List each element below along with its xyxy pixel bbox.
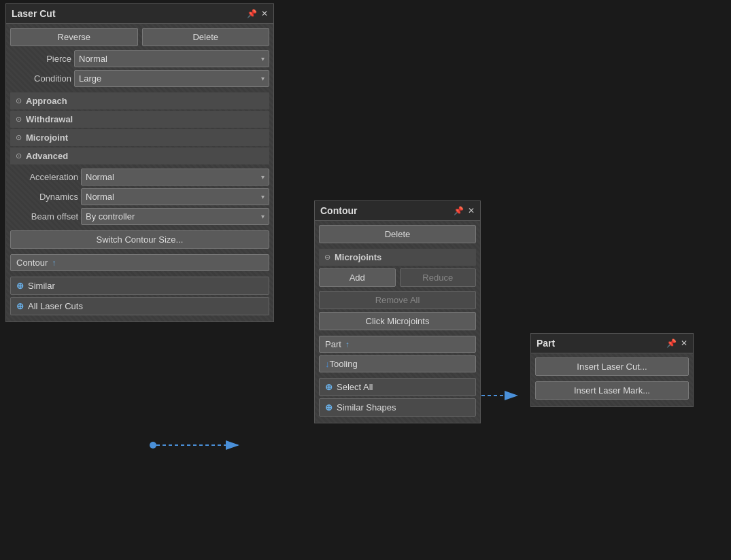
microjoint-section[interactable]: ⊙ Microjoint xyxy=(10,129,269,146)
part-up-arrow-icon: ↑ xyxy=(345,340,350,349)
withdrawal-collapse-icon: ⊙ xyxy=(16,115,22,124)
condition-select[interactable]: Large ▾ xyxy=(74,70,269,87)
approach-section[interactable]: ⊙ Approach xyxy=(10,92,269,109)
pierce-label: Pierce xyxy=(10,54,71,64)
beam-offset-arrow-icon: ▾ xyxy=(261,213,265,220)
svg-point-2 xyxy=(150,442,156,449)
dynamics-arrow-icon: ▾ xyxy=(261,193,265,200)
lasercut-titlebar: Laser Cut 📌 ✕ xyxy=(6,4,273,24)
contour-content: Delete ⊝ Microjoints Add Reduce Remove A… xyxy=(315,221,480,423)
lasercut-panel-controls: 📌 ✕ xyxy=(247,9,268,18)
microjoints-label: Microjoints xyxy=(335,252,381,262)
dynamics-select[interactable]: Normal ▾ xyxy=(81,188,269,205)
all-laser-cuts-item[interactable]: ⊕ All Laser Cuts xyxy=(10,297,269,315)
contour-pin-icon[interactable]: 📌 xyxy=(454,206,464,215)
switch-contour-button[interactable]: Switch Contour Size... xyxy=(10,230,269,249)
contour-nav-row[interactable]: Contour ↑ xyxy=(10,254,269,271)
contour-delete-button[interactable]: Delete xyxy=(319,225,476,243)
condition-label: Condition xyxy=(10,73,71,84)
pierce-select[interactable]: Normal ▾ xyxy=(74,50,269,67)
part-titlebar: Part 📌 ✕ xyxy=(531,334,693,353)
withdrawal-label: Withdrawal xyxy=(26,114,73,124)
acceleration-arrow-icon: ▾ xyxy=(261,173,265,181)
similar-shapes-item[interactable]: ⊕ Similar Shapes xyxy=(319,398,476,417)
advanced-label: Advanced xyxy=(26,151,68,161)
pierce-field: Pierce Normal ▾ xyxy=(10,50,269,67)
microjoints-collapse-icon: ⊝ xyxy=(324,253,330,262)
lasercut-title: Laser Cut xyxy=(12,8,56,19)
contour-close-icon[interactable]: ✕ xyxy=(468,206,475,215)
beam-offset-select[interactable]: By controller ▾ xyxy=(81,208,269,225)
contour-panel: Contour 📌 ✕ Delete ⊝ Microjoints Add Red… xyxy=(314,200,481,423)
remove-all-button[interactable]: Remove All xyxy=(319,291,476,309)
insert-laser-mark-button[interactable]: Insert Laser Mark... xyxy=(535,381,689,400)
condition-arrow-icon: ▾ xyxy=(261,75,265,82)
acceleration-label: Acceleration xyxy=(10,172,78,182)
select-all-item[interactable]: ⊕ Select All xyxy=(319,378,476,396)
microjoint-collapse-icon: ⊙ xyxy=(16,133,22,142)
microjoints-section[interactable]: ⊝ Microjoints xyxy=(319,249,476,266)
dynamics-field: Dynamics Normal ▾ xyxy=(10,188,269,205)
tooling-nav-label: Tooling xyxy=(330,359,358,369)
part-close-icon[interactable]: ✕ xyxy=(681,338,687,348)
part-content: Insert Laser Cut... Insert Laser Mark... xyxy=(531,353,693,406)
similar-shapes-label: Similar Shapes xyxy=(337,402,396,413)
lasercut-pin-icon[interactable]: 📌 xyxy=(247,9,257,18)
tooling-nav-row[interactable]: ↓ Tooling xyxy=(319,355,476,372)
contour-up-arrow-icon: ↑ xyxy=(52,258,56,268)
add-button[interactable]: Add xyxy=(319,268,396,287)
approach-label: Approach xyxy=(26,96,67,106)
acceleration-field: Acceleration Normal ▾ xyxy=(10,169,269,186)
lasercut-close-icon[interactable]: ✕ xyxy=(261,9,268,18)
lasercut-top-buttons: Reverse Delete xyxy=(10,28,269,46)
similar-shapes-plus-icon: ⊕ xyxy=(325,402,333,413)
part-panel-controls: 📌 ✕ xyxy=(666,338,687,348)
beam-offset-field: Beam offset By controller ▾ xyxy=(10,208,269,225)
beam-offset-label: Beam offset xyxy=(10,211,78,222)
contour-titlebar: Contour 📌 ✕ xyxy=(315,201,480,221)
reverse-button[interactable]: Reverse xyxy=(10,28,138,46)
part-title: Part xyxy=(537,338,555,349)
contour-title: Contour xyxy=(320,205,357,216)
contour-panel-controls: 📌 ✕ xyxy=(454,206,475,215)
approach-collapse-icon: ⊙ xyxy=(16,97,22,105)
microjoint-label: Microjoint xyxy=(26,133,68,143)
click-microjoints-button[interactable]: Click Microjoints xyxy=(319,312,476,330)
insert-laser-cut-button[interactable]: Insert Laser Cut... xyxy=(535,357,689,376)
reduce-button[interactable]: Reduce xyxy=(400,268,477,287)
advanced-section[interactable]: ⊙ Advanced xyxy=(10,147,269,164)
acceleration-select[interactable]: Normal ▾ xyxy=(81,169,269,186)
part-pin-icon[interactable]: 📌 xyxy=(666,338,677,348)
select-all-label: Select All xyxy=(337,382,373,392)
part-nav-row[interactable]: Part ↑ xyxy=(319,336,476,353)
contour-nav-label: Contour xyxy=(16,258,48,268)
similar-plus-icon: ⊕ xyxy=(16,281,24,291)
withdrawal-section[interactable]: ⊙ Withdrawal xyxy=(10,111,269,128)
part-panel: Part 📌 ✕ Insert Laser Cut... Insert Lase… xyxy=(530,333,694,407)
lasercut-content: Reverse Delete Pierce Normal ▾ Condition… xyxy=(6,24,273,321)
part-nav-label: Part xyxy=(325,339,341,349)
similar-label: Similar xyxy=(28,281,55,291)
condition-field: Condition Large ▾ xyxy=(10,70,269,87)
microjoint-add-reduce-buttons: Add Reduce xyxy=(319,268,476,287)
lasercut-panel: Laser Cut 📌 ✕ Reverse Delete Pierce Norm… xyxy=(5,3,274,322)
dynamics-label: Dynamics xyxy=(10,192,78,202)
pierce-arrow-icon: ▾ xyxy=(261,55,265,63)
delete-button[interactable]: Delete xyxy=(142,28,270,46)
advanced-collapse-icon: ⊙ xyxy=(16,152,22,160)
similar-item[interactable]: ⊕ Similar xyxy=(10,277,269,295)
all-laser-cuts-label: All Laser Cuts xyxy=(28,301,83,311)
select-all-plus-icon: ⊕ xyxy=(325,382,333,392)
all-laser-cuts-plus-icon: ⊕ xyxy=(16,301,24,311)
